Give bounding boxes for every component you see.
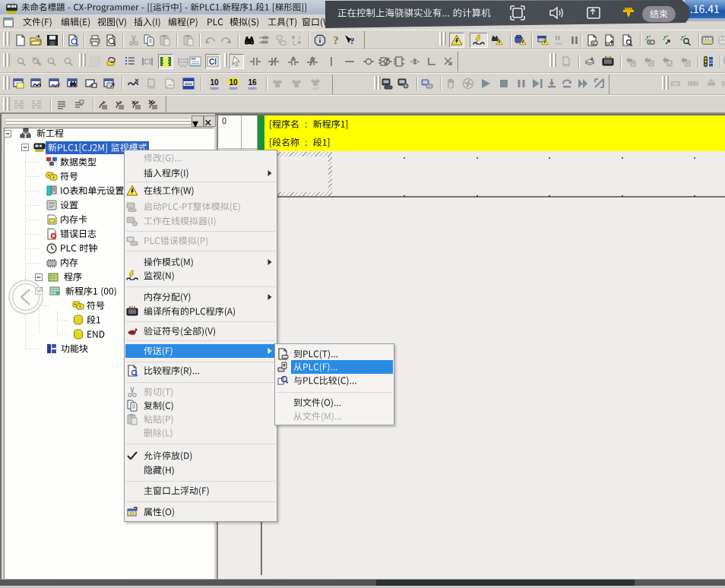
svg-text:?: ?: [333, 34, 339, 46]
svg-text:roon: roon: [147, 86, 155, 90]
svg-text:CI: CI: [209, 58, 217, 66]
svg-text:roon: roon: [229, 86, 237, 90]
svg-text:rung: rung: [179, 64, 187, 68]
svg-text:roon: roon: [555, 41, 562, 46]
svg-text:roon: roon: [210, 86, 218, 90]
svg-text:roon: roon: [562, 64, 570, 68]
svg-text:roon: roon: [248, 86, 256, 90]
svg-text:?: ?: [350, 36, 355, 46]
svg-text:roon: roon: [312, 87, 319, 90]
